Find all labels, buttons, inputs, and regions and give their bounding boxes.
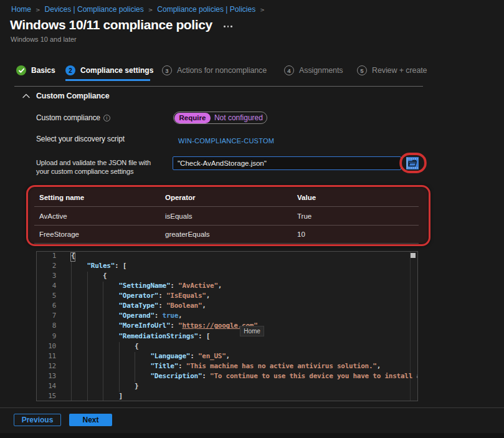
toggle-not-configured[interactable]: Not configured bbox=[211, 113, 267, 122]
custom-compliance-toggle[interactable]: Require Not configured bbox=[173, 112, 267, 124]
next-button[interactable]: Next bbox=[69, 414, 112, 426]
table-divider bbox=[34, 206, 419, 207]
discovery-script-link[interactable]: WIN-COMPLIANCE-CUSTOM bbox=[178, 137, 274, 145]
info-icon[interactable]: i bbox=[103, 115, 111, 122]
code-line: 10 { bbox=[37, 342, 417, 352]
tab-label: Actions for noncompliance bbox=[177, 66, 267, 75]
more-menu-icon[interactable] bbox=[224, 26, 232, 27]
bottom-strip bbox=[0, 433, 504, 438]
tab-compliance-settings[interactable]: 2 Compliance settings bbox=[65, 65, 153, 76]
breadcrumb-separator-icon: > bbox=[148, 6, 153, 13]
page-title: Windows 10/11 compliance policy bbox=[10, 17, 212, 32]
code-line: 6 "DataType": "Boolean", bbox=[37, 302, 417, 312]
code-line: 2 "Rules": [ bbox=[37, 262, 417, 272]
tab-assignments[interactable]: 4 Assignments bbox=[284, 65, 343, 76]
code-line: 5 "Operator": "IsEquals", bbox=[37, 292, 417, 302]
col-header-operator[interactable]: Operator bbox=[165, 194, 196, 201]
tab-actions-for-noncompliance[interactable]: 3 Actions for noncompliance bbox=[162, 65, 267, 76]
code-line: 13 "Description": "To continue to use th… bbox=[37, 372, 417, 382]
col-header-value[interactable]: Value bbox=[297, 194, 316, 201]
table-cell: True bbox=[297, 212, 311, 220]
json-file-input[interactable] bbox=[173, 156, 401, 170]
tab-label: Basics bbox=[31, 66, 55, 75]
code-line: 9 "RemediationStrings": [ bbox=[37, 332, 417, 342]
table-cell: greaterEquals bbox=[165, 231, 210, 238]
breadcrumb-devices[interactable]: Devices | Compliance policies bbox=[45, 5, 144, 14]
code-line: 7 "Operand": true, bbox=[37, 312, 417, 321]
toggle-require[interactable]: Require bbox=[174, 113, 211, 123]
table-cell: FreeStorage bbox=[39, 231, 79, 238]
code-line: 12 "Title": "This machine has no active … bbox=[37, 362, 417, 372]
breadcrumb-policies[interactable]: Compliance policies | Policies bbox=[157, 5, 255, 14]
breadcrumb-home[interactable]: Home bbox=[11, 5, 31, 14]
code-line: 1{ bbox=[37, 252, 417, 262]
table-cell: isEquals bbox=[165, 212, 192, 220]
step-number: 3 bbox=[162, 65, 172, 75]
table-divider bbox=[34, 225, 419, 226]
tab-basics[interactable]: Basics bbox=[16, 65, 55, 76]
custom-compliance-label: Custom compliance bbox=[36, 113, 100, 122]
discovery-script-label: Select your discovery script bbox=[36, 135, 125, 143]
tab-label: Review + create bbox=[372, 66, 427, 75]
link-tooltip: Home bbox=[240, 326, 264, 336]
page-subtitle: Windows 10 and later bbox=[11, 36, 77, 43]
code-line: 14 } bbox=[37, 382, 417, 392]
code-line: 3 { bbox=[37, 272, 417, 282]
code-line: 8 "MoreInfoUrl": "https://google.com", bbox=[37, 321, 417, 331]
code-line: 15 ] bbox=[37, 392, 417, 401]
browse-folder-button[interactable] bbox=[406, 157, 419, 169]
settings-table-annotation bbox=[26, 185, 430, 246]
tab-label: Assignments bbox=[299, 66, 343, 75]
collapse-chevron-icon[interactable] bbox=[22, 93, 30, 98]
step-number: 4 bbox=[284, 65, 294, 75]
breadcrumb-separator-icon: > bbox=[260, 6, 265, 13]
col-header-setting-name[interactable]: Setting name bbox=[39, 194, 84, 201]
tab-review-create[interactable]: 5 Review + create bbox=[357, 65, 427, 76]
folder-icon bbox=[406, 157, 419, 169]
table-cell: AvActive bbox=[39, 212, 67, 220]
tab-label: Compliance settings bbox=[80, 66, 153, 75]
step-done-icon bbox=[16, 65, 26, 75]
table-divider bbox=[34, 243, 419, 244]
code-line: 4 "SettingName": "AvActive", bbox=[37, 282, 417, 292]
step-number: 5 bbox=[357, 65, 367, 75]
active-tab-underline bbox=[65, 79, 150, 81]
json-code-editor[interactable]: 1{2 "Rules": [3 {4 "SettingName": "AvAct… bbox=[36, 251, 418, 401]
footer-separator bbox=[0, 407, 504, 408]
step-number: 2 bbox=[65, 65, 75, 75]
breadcrumb-separator-icon: > bbox=[36, 6, 40, 13]
previous-button[interactable]: Previous bbox=[14, 414, 61, 426]
upload-label: Upload and validate the JSON file with y… bbox=[36, 158, 151, 176]
breadcrumb: Home > Devices | Compliance policies > C… bbox=[11, 4, 269, 14]
table-cell: 10 bbox=[297, 231, 305, 238]
section-title[interactable]: Custom Compliance bbox=[36, 92, 109, 100]
tabs-separator bbox=[14, 86, 423, 87]
code-line: 11 "Language": "en_US", bbox=[37, 352, 417, 362]
